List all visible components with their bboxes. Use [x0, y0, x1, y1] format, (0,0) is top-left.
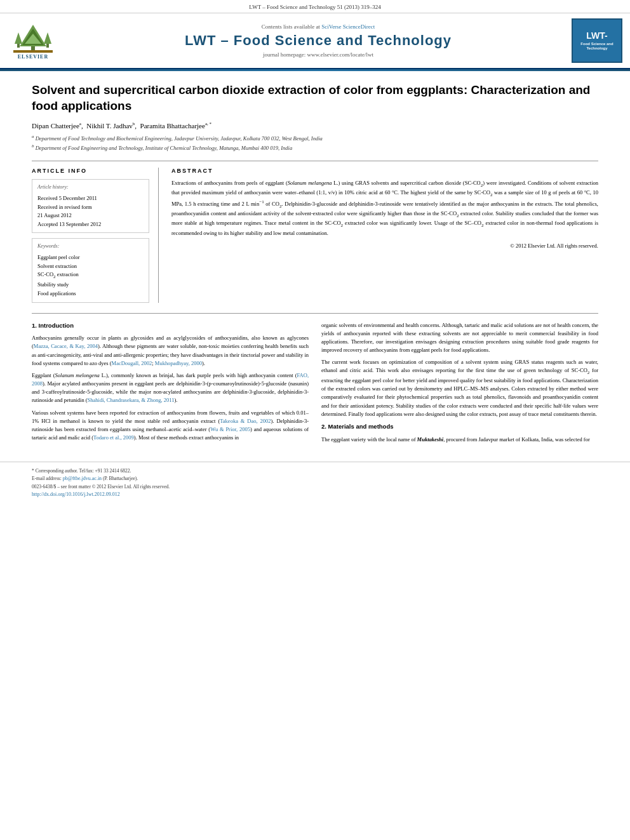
copyright: © 2012 Elsevier Ltd. All rights reserved… [171, 242, 598, 250]
abstract-paragraph: Extractions of anthocyanins from peels o… [171, 179, 598, 237]
affiliation-a: a Department of Food Technology and Bioc… [32, 133, 598, 143]
elsevier-label: ELSEVIER [18, 54, 48, 60]
footer: * Corresponding author. Tel/fax: +91 33 … [0, 462, 630, 503]
journal-center: Contents lists available at SciVerse Sci… [65, 23, 572, 58]
elsevier-logo: ELSEVIER [8, 22, 58, 60]
body-left-col: 1. Introduction Anthocyanins generally o… [32, 321, 309, 448]
author-2-super: b [133, 121, 135, 126]
article-info-label: ARTICLE INFO [32, 168, 149, 174]
journal-topbar: LWT – Food Science and Technology 51 (20… [0, 0, 630, 13]
sciverse-line: Contents lists available at SciVerse Sci… [65, 23, 572, 30]
accepted-date: Accepted 13 September 2012 [37, 220, 144, 229]
lwt-logo-subtitle: Food Science and Technology [573, 42, 621, 51]
intro-para-1: Anthocyanins generally occur in plants a… [32, 334, 309, 368]
svg-rect-8 [13, 50, 53, 53]
methods-heading: 2. Materials and methods [321, 422, 598, 432]
right-para-2: The current work focuses on optimization… [321, 358, 598, 418]
email-link[interactable]: pb@ftbe.jdvu.ac.in [63, 476, 102, 481]
abstract-column: ABSTRACT Extractions of anthocyanins fro… [171, 168, 598, 302]
lwt-logo-text: LWT- [586, 30, 607, 41]
footer-corresponding: * Corresponding author. Tel/fax: +91 33 … [32, 467, 598, 483]
svg-marker-5 [15, 32, 22, 44]
email-author: (P. Bhattacharjee). [103, 476, 138, 481]
journal-title: LWT – Food Science and Technology [65, 32, 572, 49]
author-3-super: a, * [205, 121, 211, 126]
article-title: Solvent and supercritical carbon dioxide… [32, 83, 598, 114]
body-right-col: organic solvents of environmental and he… [321, 321, 598, 448]
intro-heading: 1. Introduction [32, 321, 309, 331]
corresponding-note: * Corresponding author. Tel/fax: +91 33 … [32, 468, 131, 474]
article-history-box: Article history: Received 5 December 201… [32, 179, 149, 233]
author-1: Dipan Chatterjeea [32, 122, 81, 130]
author-2: Nikhil T. Jadhavb [86, 122, 135, 130]
body-section: 1. Introduction Anthocyanins generally o… [32, 313, 598, 448]
keyword-1: Eggplant peel color [37, 253, 144, 262]
intro-para-3: Various solvent systems have been report… [32, 409, 309, 443]
article-info-abstract: ARTICLE INFO Article history: Received 5… [32, 161, 598, 302]
body-two-col: 1. Introduction Anthocyanins generally o… [32, 321, 598, 448]
lwt-logo: LWT- Food Science and Technology [572, 18, 622, 63]
author-1-super: a [79, 121, 81, 126]
elsevier-tree-icon [13, 22, 53, 53]
keyword-2: Solvent extraction [37, 262, 144, 271]
footer-issn: 0023-6438/$ – see front matter © 2012 El… [32, 483, 598, 499]
journal-citation: LWT – Food Science and Technology 51 (20… [249, 4, 380, 10]
svg-rect-6 [46, 44, 49, 48]
doi-link[interactable]: http://dx.doi.org/10.1016/j.lwt.2012.09.… [32, 491, 120, 497]
email-label: E-mail address: [32, 476, 62, 481]
revised-date: Received in revised form21 August 2012 [37, 203, 144, 220]
abstract-label: ABSTRACT [171, 168, 598, 174]
keyword-3: SC-CO2 extraction [37, 270, 144, 281]
journal-header: ELSEVIER Contents lists available at Sci… [0, 13, 630, 69]
sciverse-link-text: SciVerse ScienceDirect [321, 23, 375, 30]
received-date: Received 5 December 2011 [37, 194, 144, 203]
keywords-label: Keywords: [37, 243, 144, 251]
journal-homepage: journal homepage: www.elsevier.com/locat… [65, 51, 572, 58]
article-info-column: ARTICLE INFO Article history: Received 5… [32, 168, 159, 302]
svg-rect-4 [17, 44, 20, 48]
article-content: Solvent and supercritical carbon dioxide… [0, 71, 630, 455]
authors-line: Dipan Chatterjeea, Nikhil T. Jadhavb, Pa… [32, 121, 598, 130]
abstract-text: Extractions of anthocyanins from peels o… [171, 179, 598, 250]
keywords-box: Keywords: Eggplant peel color Solvent ex… [32, 238, 149, 302]
keyword-5: Food applications [37, 290, 144, 298]
history-label: Article history: [37, 183, 144, 192]
sciverse-link[interactable]: SciVerse ScienceDirect [321, 23, 375, 30]
issn-text: 0023-6438/$ – see front matter © 2012 El… [32, 483, 598, 491]
author-3: Paramita Bhattacharjeea, * [140, 122, 211, 130]
right-para-3: The eggplant variety with the local name… [321, 436, 598, 444]
affiliations: a Department of Food Technology and Bioc… [32, 133, 598, 152]
affiliation-b: b Department of Food Engineering and Tec… [32, 143, 598, 152]
sciverse-prefix: Contents lists available at [262, 23, 320, 30]
svg-marker-7 [44, 32, 51, 44]
right-para-1: organic solvents of environmental and he… [321, 321, 598, 355]
intro-para-2: Eggplant (Solanum melongena L.), commonl… [32, 371, 309, 405]
keyword-4: Stability study [37, 281, 144, 290]
